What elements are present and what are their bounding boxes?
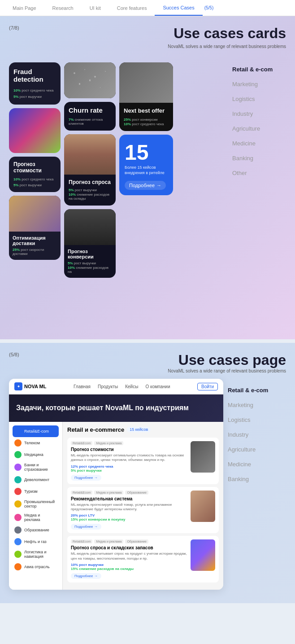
nav-success-cases[interactable]: Succes Cases [155,0,202,16]
retailec-badge: 15 кейсов [127,427,151,432]
si-avatar-meditsina [14,451,22,458]
case-card-1-desc: ML-модель прогнозирует оптимальную стоим… [71,453,187,463]
nav-uikit[interactable]: UI kit [82,0,109,16]
browser-login-btn[interactable]: Войти [197,383,218,390]
si-avatar-oil [14,538,22,545]
churn-rate-card[interactable]: Churn rate 7% снижение оттока клиентов [64,102,116,131]
prognoz-sprosa-card[interactable]: Прогноз спроса 5% рост выручки 10% сниже… [64,134,116,206]
case-card-2-tags: Retail&Ecom Медиа и реклама Образование [71,491,187,495]
si-avatar-media [14,514,22,521]
churn-stat: 7% снижение оттока клиентов [69,118,111,126]
bs-tourism[interactable]: Туризм [13,486,59,497]
mock-browser: ✦ NOVA ML Главная Продукты Кейсы О компа… [9,379,223,590]
case-card-2-btn[interactable]: Подробнее → [71,524,101,530]
si-avatar-industry [14,500,22,508]
bs-development[interactable]: Девелопмент [13,474,59,486]
sidebar-other[interactable]: Other [232,166,286,180]
optim-stat: 25% рост скорости доставки [13,248,57,256]
case-tag-3c: Образование [125,539,148,543]
si-avatar-banks [14,464,22,471]
sidebar-logistics[interactable]: Logistics [232,92,286,106]
s2-sidebar-medicine[interactable]: Medicine [228,457,286,471]
browser-nav-products[interactable]: Продукты [98,384,118,389]
prognoz-sprosa-stat1: 5% рост выручки [69,188,111,192]
prognoz-cost-stat1: 10% рост среднего чека [13,177,56,181]
next-best-title: Next best offer [124,107,169,114]
case-card-1-title: Прогноз стоимости [71,447,187,452]
section1-sidebar: Retail & e-com Marketing Logistics Indus… [232,62,286,180]
case-card-2-title: Рекомендательная система [71,496,187,501]
case-card-1-btn[interactable]: Подробнее → [71,475,101,481]
prognoz-cost-card[interactable]: Прогноз стоимости 10% рост среднего чека… [9,157,61,192]
s2-sidebar-logistics[interactable]: Logistics [228,413,286,427]
prognoz-sprosa-stat2: 10% снижение расходов на склады [69,193,111,201]
retailec-header: Retail и e-commerce 15 кейсов [67,426,219,433]
case-card-3[interactable]: Retail&Ecom Медиа и реклама Образование … [67,536,219,583]
s2-sidebar-marketing[interactable]: Marketing [228,398,286,412]
bs-industry[interactable]: Промышленный сектор [13,497,59,511]
nav-badge: (5/5) [204,5,214,10]
case-tag-3b: Медиа и реклама [94,539,123,543]
sidebar-retail[interactable]: Retail & e-com [232,62,286,76]
next-best-offer-card[interactable]: Next best offer 25% рост конверсии 10% р… [119,62,173,131]
case-card-3-stat2: 15% снижение расходов на склады [71,567,187,571]
sidebar-medicine[interactable]: Medicine [232,136,286,150]
bs-education[interactable]: Образование [13,524,59,536]
section2-subtitle: NovaML solves a wide range of relevant b… [168,368,286,373]
s2-sidebar-agriculture[interactable]: Agriculture [228,442,286,456]
blue-btn[interactable]: Подробнее → [125,181,166,190]
si-avatar-retail [14,428,22,435]
browser-nav-about[interactable]: О компании [145,384,170,389]
bs-banks[interactable]: Банки и страхование [13,460,59,474]
s2-sidebar-industry[interactable]: Industry [228,428,286,442]
section1-badge: (7/8) [9,25,19,31]
case-card-3-btn[interactable]: Подробнее → [71,573,101,579]
s2-sidebar-retail[interactable]: Retail & e-com [228,383,286,397]
browser-nav-main[interactable]: Главная [74,384,91,389]
case-card-2[interactable]: Retail&Ecom Медиа и реклама Образование … [67,487,219,534]
browser-logo: ✦ NOVA ML [14,382,47,390]
case-tag-1b: Медиа и реклама [94,441,123,445]
si-avatar-logistics [14,551,22,558]
optim-delivery-card[interactable]: Оптимизация доставки 25% рост скорости д… [9,196,61,260]
prognoz-konv-card[interactable]: Прогноз конверсии 5% рост выручки 10% сн… [64,209,116,278]
s2-sidebar-banking[interactable]: Banking [228,472,286,486]
case-card-3-tags: Retail&Ecom Медиа и реклама Образование [71,539,187,543]
bs-meditsina[interactable]: Медицина [13,449,59,460]
next-best-stat1: 25% рост конверсии [124,118,169,122]
case-tag-3a: Retail&Ecom [71,539,92,543]
case-card-1[interactable]: Retail&Ecom Медиа и реклама Прогноз стои… [67,438,219,484]
blue-counter-card[interactable]: 15 Более 15 кейсов внедрения в ритейле П… [119,135,173,195]
bs-oil[interactable]: Нефть и газ [13,536,59,548]
nav-core-features[interactable]: Core features [109,0,155,16]
prognoz-konv-title: Прогноз конверсии [68,249,112,259]
si-avatar-tourism [14,488,22,495]
gradient-decoration-card [9,108,61,153]
browser-nav-cases[interactable]: Кейсы [125,384,138,389]
case-tag-2b: Медиа и реклама [94,491,123,495]
nav-research[interactable]: Research [44,0,82,16]
bs-media[interactable]: Медиа и реклама [13,511,59,524]
hero-title: Задачи, которые решает NovaML по индустр… [16,403,216,413]
bs-logistics[interactable]: Логистика и навигация [13,548,59,561]
sidebar-industry[interactable]: Industry [232,107,286,121]
bs-retail[interactable]: Retail&E-com [13,425,59,437]
bs-telekom[interactable]: Телеком [13,437,59,449]
case-card-1-image [191,441,215,473]
fraud-stat2: 5% рост выручки [13,95,56,99]
section2-title: Use cases page [168,352,286,368]
case-card-3-desc: ML-модель рассчитывает спрос на продукт … [71,552,187,561]
sidebar-marketing[interactable]: Marketing [232,77,286,91]
si-avatar-telekom [14,439,22,447]
next-best-stat2: 10% рост среднего чека [124,122,169,126]
sidebar-agriculture[interactable]: Agriculture [232,122,286,136]
si-avatar-education [14,526,22,534]
prognoz-cost-stat2: 5% рост выручки [13,183,56,187]
bs-avia[interactable]: Авиа отрасль [13,561,59,573]
fraud-detection-card[interactable]: Fraud detection 10% рост среднего чека 5… [9,62,61,105]
logo-icon: ✦ [14,382,22,390]
case-card-3-image [191,539,215,571]
sidebar-banking[interactable]: Banking [232,151,286,165]
nav-main-page[interactable]: Main Page [4,0,44,16]
case-tag-2c: Образование [125,491,148,495]
